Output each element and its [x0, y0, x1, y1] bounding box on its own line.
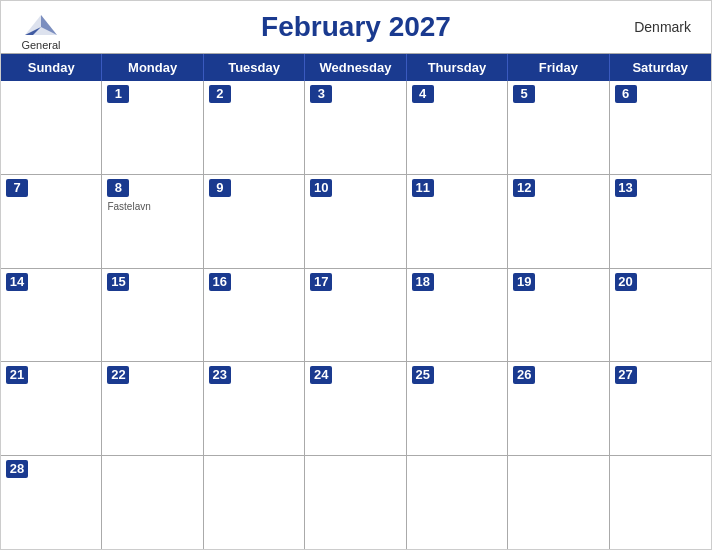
day-number: 18: [412, 273, 434, 291]
day-number: 1: [107, 85, 129, 103]
day-cell: 20: [610, 269, 711, 362]
day-event: Fastelavn: [107, 201, 197, 212]
day-number: 25: [412, 366, 434, 384]
day-number: 13: [615, 179, 637, 197]
day-cell: 26: [508, 362, 609, 455]
day-number: 10: [310, 179, 332, 197]
day-cell: 28: [1, 456, 102, 549]
week-row-1: 78Fastelavn910111213: [1, 175, 711, 269]
day-number: 19: [513, 273, 535, 291]
country-label: Denmark: [634, 19, 691, 35]
day-cell: 7: [1, 175, 102, 268]
day-cell: 9: [204, 175, 305, 268]
day-cell: 23: [204, 362, 305, 455]
day-headers-row: SundayMondayTuesdayWednesdayThursdayFrid…: [1, 54, 711, 81]
day-number: 20: [615, 273, 637, 291]
weeks-container: 12345678Fastelavn91011121314151617181920…: [1, 81, 711, 549]
day-cell: [508, 456, 609, 549]
day-number: 12: [513, 179, 535, 197]
day-cell: 22: [102, 362, 203, 455]
day-cell: [305, 456, 406, 549]
calendar-header: General Blue February 2027 Denmark: [1, 1, 711, 53]
day-header-friday: Friday: [508, 54, 609, 81]
day-header-saturday: Saturday: [610, 54, 711, 81]
week-row-4: 28: [1, 456, 711, 549]
day-header-wednesday: Wednesday: [305, 54, 406, 81]
calendar: General Blue February 2027 Denmark Sunda…: [0, 0, 712, 550]
day-header-tuesday: Tuesday: [204, 54, 305, 81]
day-cell: 17: [305, 269, 406, 362]
day-cell: 13: [610, 175, 711, 268]
day-number: 17: [310, 273, 332, 291]
day-number: 5: [513, 85, 535, 103]
logo-icon: [21, 11, 61, 39]
day-cell: 24: [305, 362, 406, 455]
day-number: 15: [107, 273, 129, 291]
day-number: 8: [107, 179, 129, 197]
day-cell: 16: [204, 269, 305, 362]
day-number: 26: [513, 366, 535, 384]
day-number: 9: [209, 179, 231, 197]
day-cell: 10: [305, 175, 406, 268]
logo-general-text: General: [21, 39, 60, 51]
day-header-thursday: Thursday: [407, 54, 508, 81]
day-cell: [102, 456, 203, 549]
day-number: 28: [6, 460, 28, 478]
day-cell: 8Fastelavn: [102, 175, 203, 268]
day-cell: 4: [407, 81, 508, 174]
day-number: 23: [209, 366, 231, 384]
day-number: 27: [615, 366, 637, 384]
day-number: 3: [310, 85, 332, 103]
day-cell: [610, 456, 711, 549]
day-cell: 25: [407, 362, 508, 455]
logo-blue-text: Blue: [27, 51, 55, 66]
logo: General Blue: [21, 11, 61, 66]
day-number: 6: [615, 85, 637, 103]
calendar-title: February 2027: [261, 11, 451, 43]
day-header-monday: Monday: [102, 54, 203, 81]
calendar-grid: SundayMondayTuesdayWednesdayThursdayFrid…: [1, 53, 711, 549]
day-cell: 14: [1, 269, 102, 362]
day-cell: 3: [305, 81, 406, 174]
day-number: 7: [6, 179, 28, 197]
day-number: 24: [310, 366, 332, 384]
week-row-2: 14151617181920: [1, 269, 711, 363]
day-cell: 2: [204, 81, 305, 174]
day-cell: 21: [1, 362, 102, 455]
day-cell: 12: [508, 175, 609, 268]
day-cell: 11: [407, 175, 508, 268]
day-cell: 15: [102, 269, 203, 362]
week-row-3: 21222324252627: [1, 362, 711, 456]
day-cell: 5: [508, 81, 609, 174]
day-number: 4: [412, 85, 434, 103]
day-number: 21: [6, 366, 28, 384]
week-row-0: 123456: [1, 81, 711, 175]
day-cell: 1: [102, 81, 203, 174]
day-number: 2: [209, 85, 231, 103]
day-cell: [1, 81, 102, 174]
day-number: 22: [107, 366, 129, 384]
day-cell: 18: [407, 269, 508, 362]
day-number: 16: [209, 273, 231, 291]
day-number: 14: [6, 273, 28, 291]
day-number: 11: [412, 179, 434, 197]
day-cell: 27: [610, 362, 711, 455]
day-cell: 19: [508, 269, 609, 362]
day-cell: [204, 456, 305, 549]
day-cell: [407, 456, 508, 549]
day-cell: 6: [610, 81, 711, 174]
